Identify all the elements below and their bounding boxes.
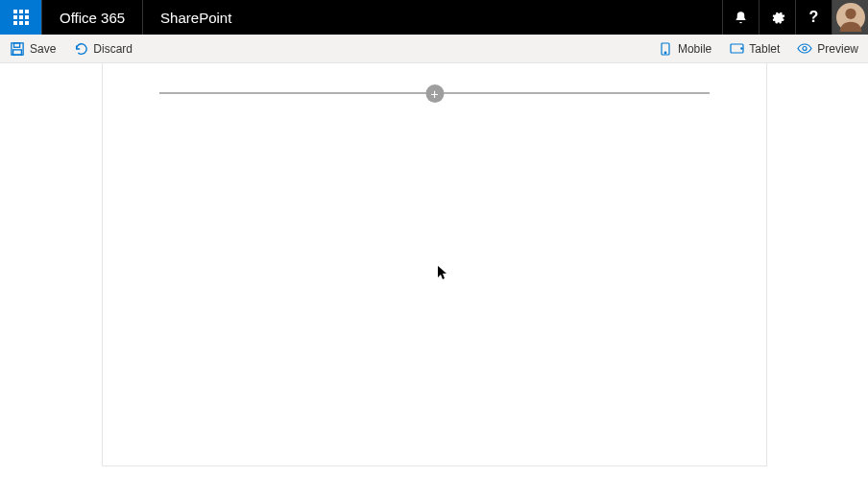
discard-button[interactable]: Discard	[73, 41, 133, 57]
preview-label: Preview	[817, 42, 858, 56]
svg-point-8	[741, 48, 742, 49]
undo-icon	[73, 41, 88, 57]
save-button[interactable]: Save	[10, 41, 56, 57]
header-spacer	[249, 0, 722, 35]
question-icon: ?	[809, 9, 819, 26]
discard-label: Discard	[93, 42, 133, 56]
help-button[interactable]: ?	[795, 0, 832, 35]
avatar-icon	[836, 3, 865, 32]
waffle-icon	[13, 10, 29, 25]
page-canvas[interactable]: +	[102, 63, 767, 466]
tablet-view-button[interactable]: Tablet	[729, 41, 780, 57]
save-icon	[10, 41, 25, 57]
svg-point-6	[664, 52, 666, 54]
tablet-label: Tablet	[749, 42, 780, 56]
svg-point-1	[845, 9, 856, 19]
app-name[interactable]: SharePoint	[143, 0, 249, 35]
app-launcher-button[interactable]	[0, 0, 42, 35]
gear-icon	[770, 10, 785, 25]
command-bar: Save Discard Mobile Tablet Preview	[0, 35, 868, 63]
svg-point-9	[803, 47, 807, 51]
add-section-button[interactable]: +	[425, 84, 444, 103]
bell-icon	[734, 11, 748, 25]
user-avatar[interactable]	[832, 0, 868, 35]
plus-icon: +	[430, 87, 438, 101]
svg-rect-3	[14, 42, 20, 46]
svg-rect-4	[13, 49, 22, 54]
mobile-icon	[658, 41, 673, 57]
tablet-icon	[729, 41, 744, 57]
notifications-button[interactable]	[722, 0, 759, 35]
preview-button[interactable]: Preview	[797, 41, 858, 57]
settings-button[interactable]	[759, 0, 795, 35]
suite-header: Office 365 SharePoint ?	[0, 0, 868, 35]
mobile-view-button[interactable]: Mobile	[658, 41, 711, 57]
eye-icon	[797, 41, 812, 57]
save-label: Save	[30, 42, 56, 56]
mobile-label: Mobile	[678, 42, 711, 56]
suite-brand[interactable]: Office 365	[42, 0, 143, 35]
